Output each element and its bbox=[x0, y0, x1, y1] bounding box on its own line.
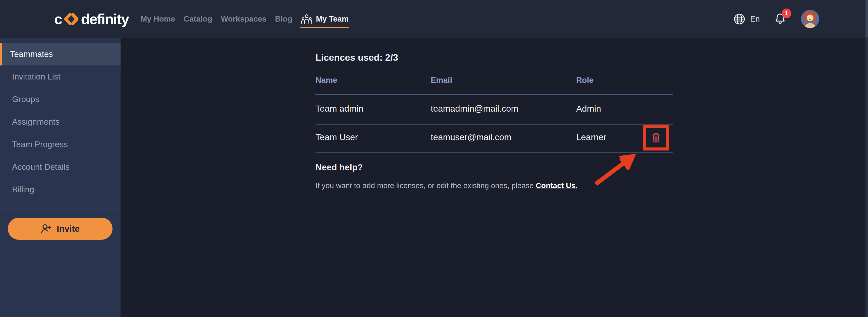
invite-button-label: Invite bbox=[57, 224, 80, 234]
cell-role: Admin bbox=[576, 103, 601, 114]
licenses-heading: Licences used: 2/3 bbox=[315, 52, 398, 63]
annotation-highlight-rectangle bbox=[643, 125, 669, 150]
sidebar-item-label: Account Details bbox=[12, 162, 69, 172]
logo-text-pre: c bbox=[54, 10, 62, 27]
sidebar-item-label: Groups bbox=[12, 95, 39, 104]
navbar-right: En 1 bbox=[733, 0, 819, 38]
person-plus-icon bbox=[41, 224, 52, 234]
sidebar-item-label: Invitation List bbox=[12, 72, 61, 81]
cell-name: Team User bbox=[315, 132, 358, 143]
main-nav: My Home Catalog Workspaces Blog bbox=[136, 0, 353, 38]
sidebar-item-label: Team Progress bbox=[12, 140, 68, 149]
trash-icon bbox=[651, 132, 661, 143]
sidebar-item-billing[interactable]: Billing bbox=[0, 178, 121, 201]
column-header-email: Email bbox=[431, 75, 452, 85]
sidebar-divider bbox=[0, 209, 121, 209]
globe-icon bbox=[733, 13, 746, 25]
sidebar-item-assignments[interactable]: Assignments bbox=[0, 111, 121, 133]
help-text: If you want to add more licenses, or edi… bbox=[315, 181, 578, 190]
user-avatar[interactable] bbox=[801, 10, 819, 28]
delete-user-button[interactable] bbox=[651, 132, 661, 143]
cell-name: Team admin bbox=[315, 103, 364, 114]
sidebar-item-account-details[interactable]: Account Details bbox=[0, 156, 121, 178]
language-switcher[interactable]: En bbox=[733, 13, 760, 25]
page: c definity My Home Catalog Workspaces Bl… bbox=[0, 0, 868, 317]
notifications-button[interactable]: 1 bbox=[774, 12, 786, 26]
language-label: En bbox=[750, 14, 760, 24]
need-help-heading: Need help? bbox=[315, 162, 363, 172]
nav-item-workspaces[interactable]: Workspaces bbox=[217, 0, 271, 38]
contact-us-link[interactable]: Contact Us. bbox=[536, 181, 578, 189]
logo-text-post: definity bbox=[81, 10, 129, 27]
nav-label: Catalog bbox=[184, 14, 212, 24]
sidebar: Teammates Invitation List Groups Assignm… bbox=[0, 38, 121, 317]
team-people-icon bbox=[301, 13, 312, 25]
logo-chevrons-icon bbox=[63, 12, 80, 26]
column-header-role: Role bbox=[576, 75, 593, 85]
nav-label: Blog bbox=[275, 14, 292, 24]
sidebar-item-invitation-list[interactable]: Invitation List bbox=[0, 66, 121, 88]
top-navbar: c definity My Home Catalog Workspaces Bl… bbox=[0, 0, 868, 38]
column-header-name: Name bbox=[315, 75, 337, 85]
nav-item-blog[interactable]: Blog bbox=[271, 0, 297, 38]
scrollbar-thumb[interactable] bbox=[866, 0, 868, 38]
sidebar-item-teammates[interactable]: Teammates bbox=[0, 43, 121, 66]
table-row-divider bbox=[315, 124, 673, 125]
avatar-image bbox=[801, 10, 819, 28]
active-tab-underline bbox=[300, 27, 349, 28]
nav-label: Workspaces bbox=[221, 14, 267, 24]
nav-item-catalog[interactable]: Catalog bbox=[179, 0, 217, 38]
cell-email: teamuser@mail.com bbox=[431, 132, 512, 143]
nav-label: My Team bbox=[316, 14, 349, 24]
notification-badge: 1 bbox=[782, 8, 792, 18]
help-text-body: If you want to add more licenses, or edi… bbox=[315, 181, 536, 189]
sidebar-item-groups[interactable]: Groups bbox=[0, 88, 121, 111]
codefinity-logo[interactable]: c definity bbox=[54, 0, 129, 38]
teammates-panel: Licences used: 2/3 Name Email Role Team … bbox=[315, 38, 717, 317]
nav-label: My Home bbox=[141, 14, 175, 24]
sidebar-item-label: Teammates bbox=[10, 49, 53, 59]
cell-role: Learner bbox=[576, 132, 607, 143]
nav-item-my-team[interactable]: My Team bbox=[297, 0, 353, 38]
invite-button[interactable]: Invite bbox=[8, 218, 113, 240]
cell-email: teamadmin@mail.com bbox=[431, 103, 518, 114]
scrollbar-track[interactable] bbox=[866, 0, 868, 317]
sidebar-item-label: Assignments bbox=[12, 117, 60, 127]
sidebar-item-label: Billing bbox=[12, 185, 34, 195]
annotation-arrow bbox=[588, 148, 643, 191]
table-header-divider bbox=[315, 94, 673, 95]
nav-item-my-home[interactable]: My Home bbox=[136, 0, 180, 38]
sidebar-item-team-progress[interactable]: Team Progress bbox=[0, 133, 121, 156]
